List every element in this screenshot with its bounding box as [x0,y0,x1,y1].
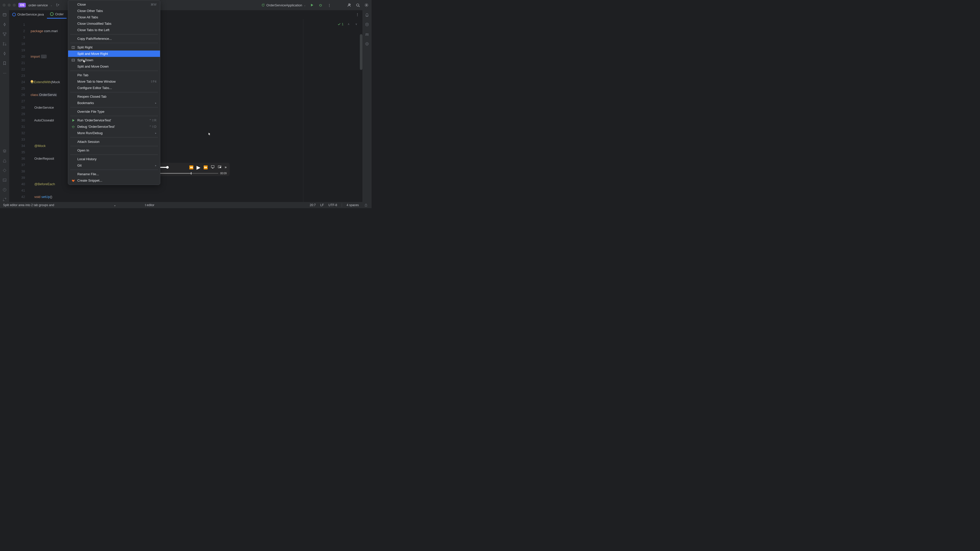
project-tool-icon[interactable] [2,12,7,17]
line-separator[interactable]: LF [320,203,324,207]
menu-pin-tab[interactable]: Pin Tab [68,72,160,78]
svg-rect-26 [220,167,221,168]
caret-position[interactable]: 20:7 [310,203,316,207]
chevron-down-icon[interactable]: ⌄ [112,203,118,208]
settings-icon[interactable] [364,3,369,8]
seek-thumb[interactable] [191,172,191,175]
more-video-icon[interactable]: » [224,165,227,170]
menu-attach-session[interactable]: Attach Session [68,138,160,145]
menu-split-down[interactable]: Split Down [68,57,160,63]
menu-close-unmodified[interactable]: Close Unmodified Tabs [68,21,160,27]
more-actions-icon[interactable]: ⋮ [327,3,332,8]
project-name[interactable]: order-service [28,3,48,7]
indent-setting[interactable]: 4 spaces [347,203,359,207]
split-down-icon [71,58,75,62]
coverage-tool-icon[interactable] [364,41,369,46]
title-bar: OS order-service ⌄ OrderServiceApplicati… [0,0,372,10]
menu-local-history[interactable]: Local History [68,156,160,162]
menu-split-move-down[interactable]: Split and Move Down [68,63,160,70]
pip-icon[interactable] [218,165,221,170]
line-number: 41 [9,187,30,194]
pull-requests-icon[interactable] [2,41,7,46]
svg-point-18 [366,42,369,45]
menu-close-others[interactable]: Close Other Tabs [68,8,160,14]
forward-icon[interactable]: ⏩ [204,165,208,169]
more-tool-icon[interactable]: ⋯ [2,70,7,76]
search-icon[interactable] [355,3,360,8]
status-hint: t editor [145,203,154,207]
run-configuration-selector[interactable]: OrderServiceApplication ⌄ [261,3,306,7]
line-number: 28 [9,104,30,111]
prev-highlight-icon[interactable]: ∧ [346,22,351,27]
menu-bookmarks[interactable]: Bookmarks▸ [68,100,160,106]
debug-button[interactable] [318,3,323,8]
lock-icon[interactable] [363,203,369,208]
rewind-icon[interactable]: ⏪ [189,165,193,169]
menu-configure-tabs[interactable]: Configure Editor Tabs... [68,85,160,91]
menu-more-run[interactable]: More Run/Debug▸ [68,130,160,136]
tool-icon[interactable] [2,51,7,56]
menu-create-snippet[interactable]: Create Snippet... [68,177,160,184]
line-number: 22 [9,66,30,73]
maven-tool-icon[interactable]: m [364,32,369,37]
svg-point-0 [320,4,321,6]
structure-tool-icon[interactable] [2,32,7,37]
scrollbar-thumb[interactable] [360,34,363,70]
tab-order[interactable]: Order [47,10,67,19]
vcs-branch-icon[interactable] [55,3,60,8]
build-tool-icon[interactable] [2,158,7,163]
line-number: 32 [9,130,30,136]
menu-close-left[interactable]: Close Tabs to the Left [68,27,160,33]
tab-options-icon[interactable]: ⋮ [355,12,360,17]
chevron-down-icon[interactable]: ⌄ [50,4,52,6]
services-tool-icon[interactable] [2,168,7,173]
close-window-icon[interactable] [3,3,6,6]
line-number: 40 [9,181,30,187]
tab-orderservice[interactable]: OrderService.java [9,10,47,19]
menu-split-move-right[interactable]: Split and Move Right [68,51,160,57]
tab-label: OrderService.java [18,13,44,16]
menu-separator [70,92,158,92]
debug-icon [71,125,75,129]
folded-region[interactable]: ... [41,55,47,59]
menu-close[interactable]: Close⌘W [68,1,160,8]
refresh-icon [261,3,265,7]
menu-git[interactable]: Git▸ [68,162,160,168]
inspection-badge[interactable]: 1 [337,21,344,27]
menu-split-right[interactable]: Split Right [68,44,160,51]
menu-separator [70,137,158,138]
seek-bar[interactable] [153,173,218,174]
menu-reopen-closed[interactable]: Reopen Closed Tab [68,94,160,100]
problems-tool-icon[interactable] [2,187,7,192]
run-config-label: OrderServiceApplication [266,3,302,7]
svg-point-16 [5,198,6,199]
intention-bulb-icon[interactable] [30,80,34,83]
menu-run-test[interactable]: Run 'OrderServiceTest'⌃⇧R [68,117,160,124]
code-with-me-icon[interactable] [347,3,352,8]
layers-icon[interactable] [2,148,7,154]
menu-override-filetype[interactable]: Override File Type [68,108,160,115]
terminal-tool-icon[interactable] [2,178,7,183]
menu-close-all[interactable]: Close All Tabs [68,14,160,21]
next-highlight-icon[interactable]: ∨ [354,22,359,27]
play-icon[interactable]: ▶ [197,164,200,170]
airplay-icon[interactable] [211,165,215,170]
volume-thumb[interactable] [166,166,169,168]
git-tool-icon[interactable] [2,197,7,202]
svg-rect-4 [3,14,6,16]
commit-tool-icon[interactable] [2,22,7,27]
menu-open-in[interactable]: Open In [68,147,160,154]
notifications-icon[interactable] [364,12,369,17]
database-tool-icon[interactable] [364,22,369,27]
line-number: 35 [9,149,30,156]
menu-debug-test[interactable]: Debug 'OrderServiceTest'⌃⇧D [68,124,160,130]
minimize-window-icon[interactable] [8,3,11,6]
menu-separator [70,170,158,170]
bookmarks-tool-icon[interactable] [2,61,7,66]
menu-copy-path[interactable]: Copy Path/Reference... [68,35,160,42]
maximize-window-icon[interactable] [13,3,16,6]
menu-rename-file[interactable]: Rename File... [68,171,160,177]
file-encoding[interactable]: UTF-8 [328,203,337,207]
menu-move-new-window[interactable]: Move Tab to New Window⇧F4 [68,78,160,85]
run-button[interactable] [309,3,314,8]
